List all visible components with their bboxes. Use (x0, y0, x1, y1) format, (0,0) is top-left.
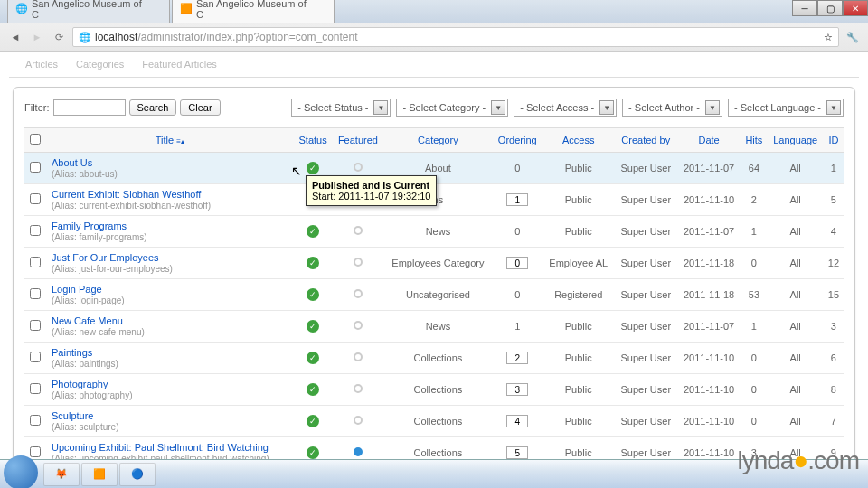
published-icon[interactable]: ✓ (307, 320, 319, 333)
browser-chrome: 🌐 San Angelico Museum of C 🟧 San Angelic… (0, 0, 868, 52)
featured-star-icon[interactable] (354, 447, 363, 456)
select-category[interactable]: - Select Category -▼ (396, 99, 508, 117)
row-checkbox[interactable] (30, 288, 41, 299)
col-featured[interactable]: Featured (332, 128, 383, 153)
article-title-link[interactable]: Family Programs (52, 221, 127, 231)
published-icon[interactable]: ✓ (307, 383, 319, 396)
col-access[interactable]: Access (542, 128, 615, 153)
wrench-icon[interactable]: 🔧 (844, 29, 861, 45)
table-header-row: Title ≡▴ Status Featured Category Orderi… (24, 128, 844, 153)
chevron-down-icon: ▼ (705, 100, 720, 115)
order-input[interactable] (506, 415, 528, 427)
article-title-link[interactable]: Login Page (52, 284, 102, 295)
author-cell: Super User (615, 343, 677, 374)
browser-tab-0[interactable]: 🌐 San Angelico Museum of C (7, 0, 170, 23)
row-checkbox[interactable] (30, 320, 41, 331)
taskbar-xampp[interactable]: 🟧 (81, 463, 118, 486)
published-icon[interactable]: ✓ (307, 162, 319, 174)
maximize-button[interactable]: ▢ (817, 0, 843, 16)
row-checkbox[interactable] (30, 193, 41, 204)
browser-tab-1[interactable]: 🟧 San Angelico Museum of C (172, 0, 335, 23)
order-input[interactable] (506, 446, 528, 459)
submenu-articles[interactable]: Articles (18, 55, 65, 73)
published-icon[interactable]: ✓ (307, 288, 319, 301)
lang-cell: All (768, 279, 824, 311)
article-title-link[interactable]: Photography (52, 379, 108, 389)
row-checkbox[interactable] (30, 257, 41, 267)
article-title-link[interactable]: About Us (52, 157, 92, 168)
forward-button[interactable]: ► (29, 29, 45, 45)
row-checkbox[interactable] (30, 415, 41, 426)
back-button[interactable]: ◄ (7, 29, 24, 45)
featured-off-icon[interactable] (354, 163, 363, 172)
col-date[interactable]: Date (677, 128, 741, 153)
access-cell: Public (542, 343, 615, 374)
article-alias: (Alias: sculpture) (52, 422, 118, 432)
featured-off-icon[interactable] (354, 226, 363, 235)
id-cell: 4 (824, 216, 844, 248)
row-checkbox[interactable] (30, 383, 41, 394)
row-checkbox[interactable] (30, 446, 41, 457)
featured-off-icon[interactable] (354, 321, 363, 330)
category-cell: Uncategorised (383, 279, 492, 311)
row-checkbox[interactable] (30, 162, 41, 173)
select-all-checkbox[interactable] (30, 134, 41, 145)
lang-cell: All (768, 406, 824, 437)
col-title[interactable]: Title ≡▴ (46, 128, 294, 153)
article-title-link[interactable]: Sculpture (52, 410, 93, 421)
published-icon[interactable]: ✓ (307, 257, 319, 269)
featured-off-icon[interactable] (354, 289, 363, 298)
select-access[interactable]: - Select Access -▼ (514, 99, 617, 117)
minimize-button[interactable]: ─ (792, 0, 817, 16)
col-lang[interactable]: Language (768, 128, 824, 153)
article-title-link[interactable]: Upcoming Exhibit: Paul Shellmont: Bird W… (52, 442, 269, 453)
col-category[interactable]: Category (383, 128, 492, 153)
article-title-link[interactable]: New Cafe Menu (52, 315, 123, 326)
taskbar-chrome[interactable]: 🔵 (119, 463, 156, 486)
article-alias: (Alias: just-for-our-employees) (52, 264, 173, 274)
search-button[interactable]: Search (129, 99, 177, 116)
order-input[interactable] (506, 352, 528, 364)
featured-off-icon[interactable] (354, 384, 363, 393)
order-input[interactable] (506, 383, 528, 396)
select-language[interactable]: - Select Language -▼ (728, 99, 844, 117)
reload-button[interactable]: ⟳ (51, 29, 67, 45)
submenu-featured[interactable]: Featured Articles (135, 55, 224, 73)
select-status[interactable]: - Select Status -▼ (291, 99, 391, 117)
close-button[interactable]: ✕ (843, 0, 868, 16)
address-bar[interactable]: 🌐 localhost/administrator/index.php?opti… (72, 27, 839, 47)
lang-cell: All (768, 248, 824, 279)
article-title-link[interactable]: Just For Our Employees (52, 252, 159, 263)
col-createdby[interactable]: Created by (615, 128, 677, 153)
published-icon[interactable]: ✓ (307, 352, 319, 364)
filter-input[interactable] (53, 99, 126, 116)
article-alias: (Alias: paintings) (52, 359, 118, 369)
start-button[interactable] (4, 455, 38, 489)
order-input[interactable] (506, 257, 528, 269)
published-icon[interactable]: ✓ (307, 446, 319, 459)
id-cell: 3 (824, 311, 844, 343)
col-ordering[interactable]: Ordering (493, 128, 542, 153)
article-title-link[interactable]: Paintings (52, 347, 92, 358)
date-cell: 2011-11-07 (677, 153, 741, 184)
row-checkbox[interactable] (30, 352, 41, 362)
content-area: Articles Categories Featured Articles Fi… (0, 52, 868, 488)
order-input[interactable] (506, 193, 528, 206)
order-value: 1 (514, 321, 520, 332)
published-icon[interactable]: ✓ (307, 225, 319, 238)
featured-off-icon[interactable] (354, 416, 363, 425)
published-icon[interactable]: ✓ (307, 415, 319, 427)
clear-button[interactable]: Clear (180, 99, 220, 116)
featured-off-icon[interactable] (354, 352, 363, 361)
article-title-link[interactable]: Current Exhibit: Siobhan Westhoff (52, 189, 201, 200)
select-author[interactable]: - Select Author -▼ (622, 99, 722, 117)
hits-cell: 0 (741, 343, 767, 374)
taskbar-firefox[interactable]: 🦊 (43, 463, 80, 486)
submenu-categories[interactable]: Categories (69, 55, 131, 73)
featured-off-icon[interactable] (354, 258, 363, 267)
row-checkbox[interactable] (30, 225, 41, 236)
col-hits[interactable]: Hits (741, 128, 767, 153)
bookmark-icon[interactable]: ☆ (824, 32, 833, 43)
col-status[interactable]: Status (294, 128, 333, 153)
col-id[interactable]: ID (824, 128, 844, 153)
